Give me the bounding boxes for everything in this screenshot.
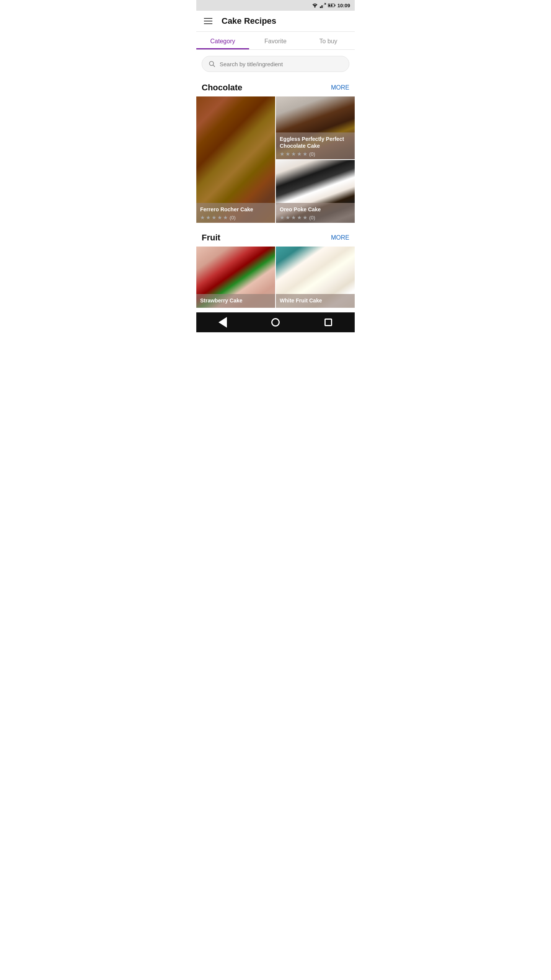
page-title: Cake Recipes <box>222 16 276 26</box>
oreo-name: Oreo Poke Cake <box>280 206 351 213</box>
status-icons: 10:09 <box>312 3 350 8</box>
chocolate-title: Chocolate <box>202 83 242 93</box>
svg-rect-1 <box>320 7 321 8</box>
ferrero-rating-count: (0) <box>230 215 236 220</box>
ferrero-name: Ferrero Rocher Cake <box>200 206 271 213</box>
status-time: 10:09 <box>337 3 350 8</box>
nav-home-icon <box>271 318 280 327</box>
svg-rect-7 <box>334 5 335 6</box>
chocolate-recipe-grid: Ferrero Rocher Cake ★ ★ ★ ★ ★ (0) <box>196 96 355 225</box>
oreo-rating-count: (0) <box>309 215 315 220</box>
svg-point-0 <box>314 7 315 8</box>
nav-recent-icon <box>324 318 332 326</box>
wifi-icon <box>312 3 318 8</box>
oreo-overlay: Oreo Poke Cake ★ ★ ★ ★ ★ (0) <box>276 203 355 223</box>
fruit-more-button[interactable]: MORE <box>331 234 349 241</box>
fruit-section: Fruit MORE Strawberry Cake White Fruit C… <box>196 228 355 312</box>
fruit-recipe-grid: Strawberry Cake White Fruit Cake <box>196 247 355 309</box>
ferrero-overlay: Ferrero Rocher Cake ★ ★ ★ ★ ★ (0) <box>196 203 275 223</box>
search-input[interactable] <box>220 61 343 67</box>
chocolate-section: Chocolate MORE Ferrero Rocher Cake ★ ★ ★… <box>196 78 355 228</box>
nav-recent-button[interactable] <box>321 315 336 330</box>
ferrero-rating: ★ ★ ★ ★ ★ (0) <box>200 214 271 220</box>
eggless-overlay: Eggless Perfectly Perfect Chocolate Cake… <box>276 132 355 159</box>
nav-back-icon <box>218 317 227 328</box>
fruit-section-header: Fruit MORE <box>196 228 355 247</box>
svg-point-12 <box>209 61 214 65</box>
recipe-card-eggless[interactable]: Eggless Perfectly Perfect Chocolate Cake… <box>276 96 355 159</box>
search-container <box>196 50 355 78</box>
battery-icon <box>328 3 336 8</box>
recipe-card-oreo[interactable]: Oreo Poke Cake ★ ★ ★ ★ ★ (0) <box>276 160 355 223</box>
chocolate-more-button[interactable]: MORE <box>331 84 349 91</box>
svg-rect-3 <box>323 4 324 8</box>
svg-rect-2 <box>321 5 323 8</box>
search-icon <box>208 60 216 68</box>
content-area: Chocolate MORE Ferrero Rocher Cake ★ ★ ★… <box>196 50 355 312</box>
chocolate-section-header: Chocolate MORE <box>196 78 355 96</box>
nav-back-button[interactable] <box>215 315 230 330</box>
eggless-name: Eggless Perfectly Perfect Chocolate Cake <box>280 136 351 149</box>
recipe-card-white-cake[interactable]: White Fruit Cake <box>276 247 355 308</box>
eggless-rating-count: (0) <box>309 151 315 157</box>
signal-x-icon <box>320 3 326 8</box>
menu-button[interactable] <box>202 16 214 26</box>
strawberry-name: Strawberry Cake <box>200 297 271 304</box>
recipe-card-ferrero[interactable]: Ferrero Rocher Cake ★ ★ ★ ★ ★ (0) <box>196 96 275 223</box>
app-header: Cake Recipes <box>196 11 355 32</box>
white-cake-overlay: White Fruit Cake <box>276 294 355 308</box>
nav-bar <box>196 312 355 332</box>
tab-bar: Category Favorite To buy <box>196 32 355 50</box>
oreo-rating: ★ ★ ★ ★ ★ (0) <box>280 214 351 220</box>
status-bar: 10:09 <box>196 0 355 11</box>
svg-line-13 <box>213 65 215 67</box>
white-cake-name: White Fruit Cake <box>280 297 351 304</box>
tab-favorite[interactable]: Favorite <box>249 32 302 49</box>
strawberry-overlay: Strawberry Cake <box>196 294 275 308</box>
tab-category[interactable]: Category <box>196 32 249 49</box>
tab-tobuy[interactable]: To buy <box>302 32 355 49</box>
recipe-card-strawberry[interactable]: Strawberry Cake <box>196 247 275 308</box>
nav-home-button[interactable] <box>268 315 283 330</box>
eggless-rating: ★ ★ ★ ★ ★ (0) <box>280 151 351 157</box>
search-box[interactable] <box>202 56 349 72</box>
fruit-title: Fruit <box>202 233 220 243</box>
